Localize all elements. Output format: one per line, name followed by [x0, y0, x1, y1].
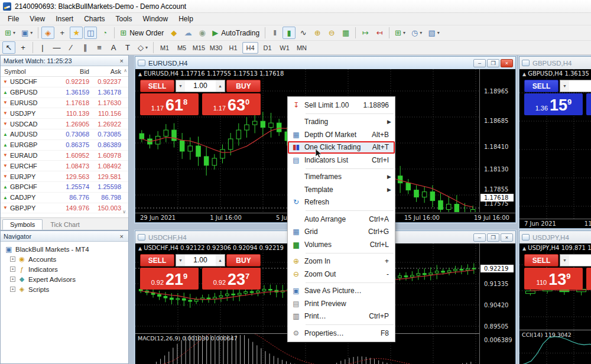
dropdown-caret-icon[interactable]: ▾: [145, 45, 148, 50]
market-watch-row-audusd[interactable]: ▲AUDUSD0.730680.73085: [1, 129, 128, 140]
dropdown-caret-icon[interactable]: ▾: [30, 30, 33, 35]
menu-item-timeframes[interactable]: Timeframes▶: [288, 171, 395, 184]
timeframe-m30[interactable]: M30: [208, 42, 224, 54]
dropdown-caret-icon[interactable]: ▾: [13, 30, 15, 35]
menu-item-one-click-trading[interactable]: ▮▮One Click TradingAlt+T: [288, 141, 395, 154]
menu-item-indicators-list[interactable]: ▤Indicators ListCtrl+I: [288, 154, 395, 167]
sell-price-display[interactable]: 1.36159: [524, 93, 583, 115]
arrows-button[interactable]: ◇▾: [135, 41, 150, 54]
sell-button[interactable]: SELL: [524, 254, 558, 266]
navigator-root[interactable]: ▣BlackBull Markets - MT4: [4, 244, 128, 254]
market-watch-row-usdchf[interactable]: ▼USDCHF0.922190.92237: [1, 77, 128, 87]
menu-item-zoom-out[interactable]: ⊖Zoom Out-: [288, 268, 395, 281]
timeframe-m1[interactable]: M1: [157, 42, 173, 54]
menu-item-sell-limit-1-00[interactable]: ↧Sell Limit 1.001.18896: [288, 99, 395, 112]
menu-item-trading[interactable]: Trading▶: [288, 116, 395, 129]
market-watch-row-eurusd[interactable]: ▼EURUSD1.176181.17630: [1, 98, 128, 109]
timeframe-d1[interactable]: D1: [259, 42, 275, 54]
market-watch-row-euraud[interactable]: ▼EURAUD1.609521.60978: [1, 151, 128, 161]
chart-shift-button[interactable]: ↤: [373, 27, 386, 39]
gbpusd-time-scale[interactable]: 7 Jun 202111 Jun 12: [519, 219, 591, 228]
new-order-button[interactable]: ⊞New Order: [118, 27, 166, 39]
expand-icon[interactable]: +: [10, 277, 15, 282]
market-watch-row-eurgbp[interactable]: ▲EURGBP0.863750.86389: [1, 140, 128, 151]
menu-item-zoom-in[interactable]: ⊕Zoom In+: [288, 255, 395, 268]
collapse-panel-icon[interactable]: ▲: [522, 72, 526, 77]
market-watch-row-eurchf[interactable]: ▼EURCHF1.084731.08492: [1, 161, 128, 171]
volume-increase-icon[interactable]: ▲: [216, 255, 225, 266]
profiles-button[interactable]: ▣▾: [19, 27, 35, 39]
volume-decrease-icon[interactable]: ▼: [560, 255, 569, 266]
buy-button[interactable]: BUY: [226, 254, 261, 266]
menu-charts[interactable]: Charts: [79, 14, 110, 24]
timeframe-w1[interactable]: W1: [277, 42, 293, 54]
horizontal-line-button[interactable]: —: [50, 41, 63, 54]
market-watch-row-eurjpy[interactable]: ▼EURJPY129.563129.581: [1, 171, 128, 182]
text-button[interactable]: A: [107, 41, 120, 54]
menu-item-print[interactable]: ▥Print…Ctrl+P: [288, 310, 395, 323]
menu-item-template[interactable]: Template▶: [288, 183, 395, 196]
buy-price-display[interactable]: 110154: [586, 268, 591, 290]
zoom-in-button[interactable]: ⊕: [311, 27, 324, 39]
navigator-item-expert-advisors[interactable]: +◆Expert Advisors: [4, 274, 128, 284]
tab-symbols[interactable]: Symbols: [2, 219, 43, 230]
gbpusd-window-title-bar[interactable]: GBPUSD,H4: [519, 57, 591, 69]
menu-item-properties[interactable]: ⚙Properties…F8: [288, 327, 395, 340]
strategy-tester-button[interactable]: ◔: [98, 27, 111, 39]
volume-decrease-icon[interactable]: ▼: [176, 80, 185, 92]
crosshair-button[interactable]: +: [17, 41, 30, 54]
close-button[interactable]: ×: [501, 59, 513, 67]
expand-icon[interactable]: +: [10, 256, 15, 262]
collapse-panel-icon[interactable]: ▲: [522, 246, 526, 251]
close-button[interactable]: ×: [501, 233, 513, 242]
sell-price-display[interactable]: 0.92219: [140, 268, 199, 290]
navigator-button[interactable]: ★: [70, 27, 83, 39]
timeframe-h1[interactable]: H1: [225, 42, 241, 54]
buy-price-display[interactable]: 1.36178: [586, 93, 591, 115]
volume-spinner[interactable]: ▼1.00▲: [176, 254, 225, 266]
market-watch-row-usdjpy[interactable]: ▼USDJPY110.139110.156: [1, 108, 128, 119]
volume-spinner[interactable]: ▼1.0▲: [560, 80, 591, 92]
maximize-button[interactable]: ❒: [487, 233, 499, 242]
sell-price-display[interactable]: 1.17618: [140, 93, 199, 115]
tab-tick-chart[interactable]: Tick Chart: [43, 219, 87, 230]
collapse-panel-icon[interactable]: ▲: [138, 72, 142, 77]
market-watch-row-gbpusd[interactable]: ▲GBPUSD1.361591.36178: [1, 87, 128, 98]
maximize-button[interactable]: ❒: [487, 59, 499, 67]
menu-view[interactable]: View: [24, 14, 50, 24]
sell-button[interactable]: SELL: [140, 254, 174, 266]
buy-price-display[interactable]: 0.92237: [202, 268, 261, 290]
dropdown-caret-icon[interactable]: ▾: [403, 30, 405, 35]
vertical-line-button[interactable]: |: [36, 41, 49, 54]
data-window-button[interactable]: +: [56, 27, 69, 39]
column-bid[interactable]: Bid: [53, 68, 89, 75]
timeframe-mn[interactable]: MN: [294, 42, 310, 54]
trendline-button[interactable]: ∕: [64, 41, 77, 54]
menu-item-volumes[interactable]: ▆VolumesCtrl+L: [288, 238, 395, 251]
sell-button[interactable]: SELL: [140, 80, 174, 92]
tile-windows-button[interactable]: ▦: [339, 27, 352, 39]
eurusd-window-title-bar[interactable]: EURUSD,H4 – ❒ ×: [135, 57, 515, 69]
candlestick-chart-button[interactable]: ▮: [282, 27, 296, 39]
menu-item-depth-of-market[interactable]: ▦Depth Of MarketAlt+B: [288, 128, 395, 141]
volume-decrease-icon[interactable]: ▼: [560, 80, 569, 92]
templates-button[interactable]: ▧▾: [426, 27, 441, 39]
timeframe-m15[interactable]: M15: [191, 42, 207, 54]
expand-icon[interactable]: +: [10, 266, 15, 272]
volume-spinner[interactable]: ▼1.00▲: [176, 80, 225, 92]
menu-help[interactable]: Help: [173, 14, 199, 24]
menu-insert[interactable]: Insert: [50, 14, 79, 24]
timeframe-h4[interactable]: H4: [242, 42, 258, 54]
navigator-item-accounts[interactable]: +◉Accounts: [4, 254, 128, 264]
market-watch-row-cadjpy[interactable]: ▲CADJPY86.77686.798: [1, 193, 128, 203]
menu-item-refresh[interactable]: ↻Refresh: [288, 196, 395, 209]
market-watch-button[interactable]: ◈: [41, 27, 54, 39]
market-watch-row-usdcad[interactable]: ▼USDCAD1.269051.26922: [1, 119, 128, 129]
sell-price-display[interactable]: 110139: [524, 268, 583, 290]
terminal-button[interactable]: ◫: [84, 27, 97, 39]
line-chart-button[interactable]: ∿: [297, 27, 310, 39]
column-ask[interactable]: Ask: [89, 68, 121, 75]
usdjpy-cci-pane[interactable]: CCI(14) 119.3042: [519, 330, 591, 364]
news-button[interactable]: ◉: [196, 27, 209, 39]
volume-increase-icon[interactable]: ▲: [216, 80, 225, 92]
